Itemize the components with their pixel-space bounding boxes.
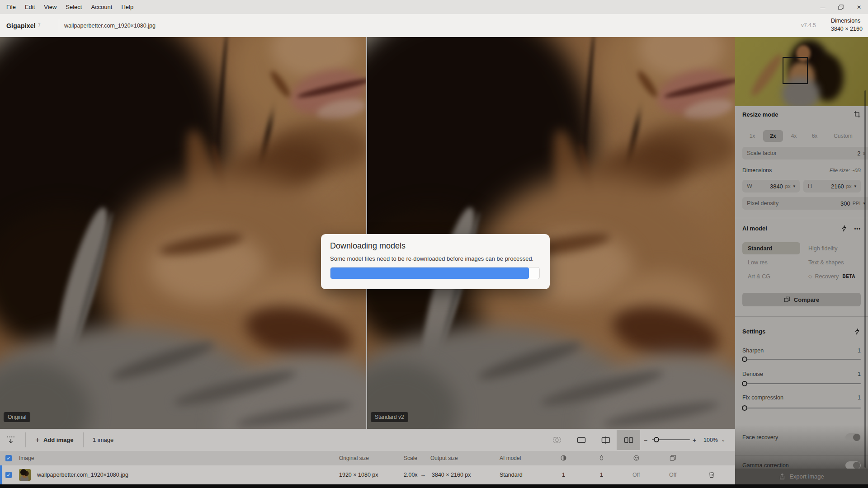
sidebar-divider [735,316,868,317]
modal-dim-overlay [0,37,735,429]
scale-option-6x[interactable]: 6x [805,130,825,142]
row-face-recovery-value: Off [632,472,640,478]
delete-image-button[interactable] [708,471,715,479]
image-count-label: 1 image [93,429,113,451]
scale-option-4x[interactable]: 4x [784,130,804,142]
toggle-knob [853,434,860,441]
menu-item-view[interactable]: View [39,0,61,14]
downloading-models-dialog: Downloading models Some model files need… [321,234,550,289]
export-button[interactable]: Export image [735,469,868,484]
model-option-low-res[interactable]: Low res [742,256,800,268]
slider-knob[interactable] [742,405,747,411]
menu-item-edit[interactable]: Edit [20,0,39,14]
crop-icon[interactable] [854,111,861,118]
sharpen-slider[interactable] [742,359,861,360]
trash-icon [708,471,715,479]
single-view-button[interactable] [570,430,593,450]
sidebar-divider [735,218,868,218]
zoom-slider-knob[interactable] [654,437,659,442]
sharpen-row: Sharpen 1 [742,347,861,354]
collapse-panel-button[interactable] [6,436,15,445]
model-option-text-shapes[interactable]: Text & shapes [803,256,861,268]
table-row[interactable]: ✓ wallpaperbetter.com_1920×1080.jpg 1920… [0,465,735,484]
column-header-image: Image [19,455,34,461]
beta-badge: BETA [843,274,855,279]
model-option-standard[interactable]: Standard [742,242,800,254]
row-checkbox[interactable]: ✓ [5,472,12,478]
viewport-rectangle[interactable] [783,57,808,84]
model-option-recovery[interactable]: ◇ Recovery BETA [803,270,861,282]
panel-divider [366,37,367,429]
width-field[interactable]: W 3840 px ▾ [742,180,800,192]
gamma-column-icon [670,455,676,461]
dimensions-section-label: Dimensions [742,167,772,174]
model-label: Text & shapes [808,259,844,266]
minimize-button[interactable]: — [814,0,832,14]
slider-knob[interactable] [742,381,747,386]
split-view-button[interactable] [594,430,618,450]
auto-select-model-icon[interactable] [841,225,848,232]
dimensions-label: Dimensions [831,18,860,24]
denoise-slider[interactable] [742,383,861,384]
sidebar-divider [735,455,868,455]
export-icon [779,473,785,480]
zoom-out-button[interactable]: − [644,429,647,451]
model-label: High fidelity [808,245,838,252]
zoom-level-value: 100% [703,437,718,443]
dimensions-row: Dimensions File size: ~0B [742,167,861,174]
menu-item-help[interactable]: Help [117,0,138,14]
sidebar-scrollbar[interactable] [864,90,866,468]
fit-selection-icon [552,436,561,444]
check-icon: ✓ [6,472,10,478]
restore-button[interactable] [832,0,850,14]
column-header-output-size: Output size [430,455,458,461]
zoom-level-dropdown[interactable]: 100% ⌄ [703,429,725,451]
resize-mode-header: Resize mode [742,111,861,118]
close-button[interactable]: ✕ [850,0,868,14]
compare-button[interactable]: Compare [742,293,861,306]
denoise-column-icon [598,455,605,461]
scale-factor-value: 2 [857,150,860,157]
tab-divider [59,19,59,33]
chevron-down-icon: ▾ [793,184,795,188]
scale-option-2x[interactable]: 2x [763,130,783,142]
tab-filename[interactable]: wallpaperbetter.com_1920×1080.jpg [64,14,156,37]
ai-model-menu-icon[interactable]: ••• [854,226,861,231]
add-image-button[interactable]: + Add image [35,429,73,451]
toggle-knob [853,462,860,469]
slider-knob[interactable] [742,357,747,362]
zoom-in-button[interactable]: + [693,429,696,451]
width-unit: px [785,183,791,189]
fit-selection-button[interactable] [545,430,569,450]
select-all-checkbox[interactable]: ✓ [5,455,12,461]
fix-compression-slider[interactable] [742,408,861,408]
row-thumbnail [19,469,31,481]
height-field[interactable]: H 2160 px ▾ [803,180,861,192]
menu-item-select[interactable]: Select [61,0,86,14]
column-header-ai-model: AI model [500,455,521,461]
ai-model-grid: Standard High fidelity Low res Text & sh… [742,242,861,282]
app-version-badge: 7 [38,23,41,28]
zoom-out-icon: − [644,436,647,444]
pixel-density-field[interactable]: Pixel density 300 PPI ▾ [742,197,868,210]
side-by-side-icon [624,437,633,443]
table-header: ✓ Image Original size Scale Output size … [0,451,735,465]
model-option-high-fidelity[interactable]: High fidelity [803,242,861,254]
scale-option-custom[interactable]: Custom [826,130,861,142]
menu-item-account[interactable]: Account [86,0,117,14]
zoom-slider[interactable] [652,439,690,440]
preview-thumbnail[interactable] [735,37,868,106]
fix-compression-label: Fix compression [742,394,783,401]
auto-settings-icon[interactable] [854,328,861,335]
scale-factor-field[interactable]: Scale factor 2 x [742,147,868,160]
model-option-art-cg[interactable]: Art & CG [742,270,800,282]
menu-item-file[interactable]: File [2,0,20,14]
face-recovery-column-icon [633,455,640,461]
column-header-original-size: Original size [339,455,369,461]
export-label: Export image [789,473,824,480]
row-denoise-value: 1 [600,472,603,478]
sharpen-value: 1 [858,347,861,354]
side-by-side-view-button[interactable] [617,430,640,450]
scale-option-1x[interactable]: 1x [742,130,762,142]
face-recovery-toggle[interactable] [845,433,861,441]
